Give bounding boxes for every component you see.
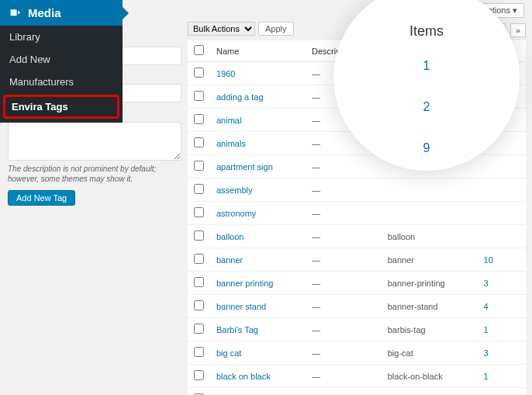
- row-checkbox[interactable]: [194, 207, 204, 217]
- tag-slug: [382, 178, 478, 202]
- table-row: banner printing—banner-printing3: [188, 272, 526, 295]
- tag-desc: —: [306, 272, 382, 295]
- tag-count: 10: [478, 248, 526, 272]
- row-checkbox[interactable]: [194, 230, 204, 241]
- sidebar-item-envira-tags[interactable]: Envira Tags: [3, 95, 119, 119]
- tag-count: 3: [478, 272, 526, 295]
- tag-desc: —: [306, 225, 382, 248]
- tag-slug: balloon: [382, 225, 478, 248]
- tag-name-link[interactable]: adding a tag: [216, 92, 264, 102]
- table-row: black on black—black-on-black1: [188, 365, 526, 388]
- magnifier-value-2: 2: [423, 100, 430, 114]
- table-row: balloon—balloon: [188, 225, 526, 248]
- sidebar-item-manufacturers[interactable]: Manufacturers: [0, 71, 123, 93]
- tag-name-link[interactable]: Barbi's Tag: [216, 325, 258, 334]
- table-row: black paper—black-paper2: [188, 388, 526, 396]
- tag-name-link[interactable]: banner stand: [216, 302, 266, 311]
- tag-desc: —: [306, 295, 382, 318]
- tag-name-link[interactable]: black on black: [216, 372, 271, 381]
- tag-name-link[interactable]: balloon: [216, 232, 244, 241]
- table-row: assembly—: [188, 178, 526, 202]
- apply-button[interactable]: Apply: [258, 22, 294, 36]
- add-new-tag-button[interactable]: Add New Tag: [8, 190, 75, 206]
- tag-slug: barbis-tag: [382, 318, 478, 341]
- row-checkbox[interactable]: [194, 277, 204, 287]
- tag-name-link[interactable]: animals: [216, 139, 246, 148]
- tag-slug: black-paper: [382, 388, 478, 396]
- magnifier-value-1: 1: [423, 59, 430, 73]
- tag-slug: banner-printing: [382, 272, 478, 295]
- tag-slug: big-cat: [382, 341, 478, 365]
- table-row: banner stand—banner-stand4: [188, 295, 526, 318]
- tag-count: 1: [478, 318, 526, 341]
- row-checkbox[interactable]: [194, 91, 204, 101]
- row-checkbox[interactable]: [194, 161, 204, 171]
- row-checkbox[interactable]: [194, 324, 204, 334]
- tag-count: [478, 155, 526, 178]
- tag-name-link[interactable]: apartment sign: [216, 162, 273, 172]
- tag-name-link[interactable]: banner: [216, 255, 243, 265]
- row-checkbox[interactable]: [194, 137, 204, 147]
- tag-name-link[interactable]: 1960: [216, 69, 235, 78]
- tag-name-link[interactable]: banner printing: [216, 279, 273, 288]
- row-checkbox[interactable]: [194, 184, 204, 194]
- tag-desc: —: [306, 202, 382, 225]
- tag-slug: banner: [382, 248, 478, 272]
- tag-desc: —: [306, 318, 382, 341]
- menu-media-label: Media: [28, 6, 61, 19]
- svg-rect-0: [11, 9, 17, 16]
- tag-name-link[interactable]: assembly: [216, 185, 252, 195]
- media-icon: [9, 7, 22, 19]
- tag-desc: —: [306, 248, 382, 272]
- page-next[interactable]: »: [510, 23, 526, 37]
- tag-slug: banner-stand: [382, 295, 478, 318]
- tag-count: [478, 225, 526, 248]
- select-all-checkbox[interactable]: [194, 45, 204, 55]
- sidebar: Media Library Add New Manufacturers Envi…: [0, 0, 123, 123]
- tag-name-link[interactable]: astronomy: [216, 209, 256, 218]
- tag-count: 2: [478, 388, 526, 396]
- table-row: banner—banner10: [188, 248, 526, 272]
- tag-slug: [382, 202, 478, 225]
- row-checkbox[interactable]: [194, 300, 204, 310]
- tag-count: 1: [478, 365, 526, 388]
- row-checkbox[interactable]: [194, 68, 204, 78]
- tag-name-link[interactable]: big cat: [216, 348, 241, 358]
- tag-desc: —: [306, 341, 382, 365]
- magnifier-value-3: 9: [423, 141, 430, 155]
- col-name[interactable]: Name: [210, 40, 306, 62]
- table-row: big cat—big-cat3: [188, 341, 526, 365]
- table-row: astronomy—: [188, 202, 526, 225]
- description-hint: The description is not prominent by defa…: [8, 164, 181, 184]
- menu-media[interactable]: Media: [0, 0, 123, 26]
- tag-desc: —: [306, 178, 382, 202]
- bulk-actions-select[interactable]: Bulk Actions: [188, 22, 255, 36]
- tag-count: [478, 202, 526, 225]
- tag-desc: —: [306, 155, 382, 178]
- row-checkbox[interactable]: [194, 370, 204, 380]
- tag-count: 4: [478, 295, 526, 318]
- tag-count: [478, 178, 526, 202]
- magnifier-header: Items: [409, 23, 444, 40]
- tag-desc: —: [306, 365, 382, 388]
- sidebar-item-library[interactable]: Library: [0, 26, 123, 48]
- sidebar-item-add-new[interactable]: Add New: [0, 48, 123, 71]
- table-row: Barbi's Tag—barbis-tag1: [188, 318, 526, 341]
- tag-name-link[interactable]: animal: [216, 116, 241, 125]
- tag-slug: black-on-black: [382, 365, 478, 388]
- row-checkbox[interactable]: [194, 114, 204, 124]
- tag-count: 3: [478, 341, 526, 365]
- row-checkbox[interactable]: [194, 347, 204, 357]
- table-row: apartment sign—: [188, 155, 526, 178]
- description-input[interactable]: [8, 122, 181, 161]
- row-checkbox[interactable]: [194, 254, 204, 264]
- tag-desc: —: [306, 388, 382, 396]
